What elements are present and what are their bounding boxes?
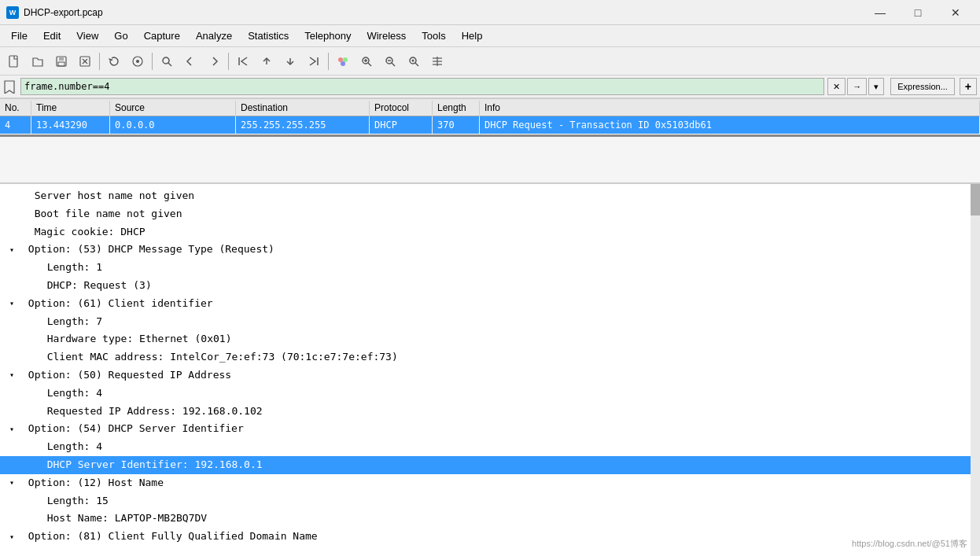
svg-point-8 [136, 60, 139, 63]
filter-clear-button[interactable]: ✕ [827, 78, 846, 95]
go-first-button[interactable] [232, 50, 254, 72]
detail-text: Host Name: LAPTOP-MB2BQ7DV [35, 510, 207, 527]
menu-analyze[interactable]: Analyze [188, 27, 240, 45]
detail-text: Length: 4 [35, 439, 102, 455]
filter-dropdown-button[interactable]: ▾ [868, 78, 884, 95]
detail-line-boot-filename[interactable]: Boot file name not given [0, 205, 980, 223]
col-header-info: Info [480, 101, 980, 115]
no-expand [22, 333, 35, 346]
filter-apply-button[interactable]: → [847, 78, 867, 95]
open-button[interactable] [27, 50, 49, 72]
no-expand [22, 405, 35, 418]
detail-line-option81[interactable]: ▾ Option: (81) Client Fully Qualified Do… [0, 528, 980, 546]
svg-line-10 [168, 63, 171, 66]
reload-button[interactable] [103, 50, 125, 72]
detail-line-option54[interactable]: ▾ Option: (54) DHCP Server Identifier [0, 420, 980, 438]
app-icon: W [6, 6, 19, 19]
detail-line-option54-length[interactable]: Length: 4 [0, 438, 980, 456]
colorize-button[interactable] [332, 50, 354, 72]
detail-scrollbar-thumb[interactable] [971, 184, 980, 215]
zoom-out-button[interactable] [379, 50, 401, 72]
maximize-button[interactable]: □ [900, 0, 936, 25]
menu-statistics[interactable]: Statistics [240, 27, 297, 45]
detail-line-option50-length[interactable]: Length: 4 [0, 385, 980, 403]
expand-arrow-option81[interactable]: ▾ [9, 531, 22, 543]
menu-edit[interactable]: Edit [35, 27, 68, 45]
expand-arrow-option12[interactable]: ▾ [9, 477, 22, 489]
toolbar-sep-4 [328, 53, 329, 70]
go-back-button[interactable] [179, 50, 201, 72]
filter-plus-button[interactable]: + [960, 78, 977, 95]
detail-text: Boot file name not given [22, 206, 182, 223]
detail-line-option61-hwtype[interactable]: Hardware type: Ethernet (0x01) [0, 330, 980, 348]
menu-telephony[interactable]: Telephony [297, 27, 359, 45]
packet-cell-time: 13.443290 [31, 116, 110, 134]
capture-options-button[interactable] [127, 50, 149, 72]
filter-apply-icon: → [853, 82, 861, 91]
detail-text: Server host name not given [22, 188, 194, 204]
expand-arrow-option50[interactable]: ▾ [9, 369, 22, 381]
detail-line-option12-hostname[interactable]: Host Name: LAPTOP-MB2BQ7DV [0, 510, 980, 528]
menu-bar: File Edit View Go Capture Analyze Statis… [0, 25, 980, 47]
go-next-button[interactable] [279, 50, 301, 72]
expand-arrow-option53[interactable]: ▾ [9, 244, 22, 256]
packet-cell-no: 4 [0, 116, 31, 134]
detail-line-option53[interactable]: ▾ Option: (53) DHCP Message Type (Reques… [0, 241, 980, 259]
detail-line-magic-cookie[interactable]: Magic cookie: DHCP [0, 223, 980, 241]
menu-help[interactable]: Help [454, 27, 491, 45]
filter-clear-icon: ✕ [833, 82, 840, 92]
menu-go[interactable]: Go [106, 27, 135, 45]
detail-line-option12[interactable]: ▾ Option: (12) Host Name [0, 474, 980, 492]
detail-line-option53-length[interactable]: Length: 1 [0, 259, 980, 277]
find-packet-button[interactable] [156, 50, 178, 72]
no-expand [22, 279, 35, 292]
menu-wireless[interactable]: Wireless [359, 27, 414, 45]
expression-button[interactable]: Expression... [890, 78, 955, 95]
zoom-reset-button[interactable] [403, 50, 425, 72]
new-capture-button[interactable] [3, 50, 25, 72]
svg-line-21 [392, 63, 395, 66]
filter-input[interactable] [20, 78, 824, 95]
filter-actions: ✕ → ▾ [827, 78, 884, 95]
detail-scrollbar[interactable] [971, 184, 980, 556]
packet-row[interactable]: 4 13.443290 0.0.0.0 255.255.255.255 DHCP… [0, 116, 980, 134]
expand-arrow-option54[interactable]: ▾ [9, 423, 22, 436]
no-expand [22, 458, 35, 471]
detail-line-option53-dhcp[interactable]: DHCP: Request (3) [0, 277, 980, 295]
no-expand-arrow [9, 190, 22, 202]
close-button[interactable]: ✕ [938, 0, 974, 25]
menu-view[interactable]: View [68, 27, 106, 45]
detail-line-option50[interactable]: ▾ Option: (50) Requested IP Address [0, 366, 980, 385]
svg-point-15 [341, 61, 345, 66]
detail-text: Length: 7 [35, 314, 102, 330]
packet-cell-protocol: DHCP [370, 116, 433, 134]
detail-line-server-hostname[interactable]: Server host name not given [0, 187, 980, 205]
menu-capture[interactable]: Capture [136, 27, 188, 45]
detail-line-option54-serverid[interactable]: DHCP Server Identifier: 192.168.0.1 [0, 456, 980, 474]
detail-text: Requested IP Address: 192.168.0.102 [35, 403, 263, 420]
detail-text: Length: 4 [35, 385, 102, 402]
go-last-button[interactable] [303, 50, 325, 72]
no-expand [22, 262, 35, 274]
resize-columns-button[interactable] [426, 50, 448, 72]
zoom-in-button[interactable] [356, 50, 378, 72]
menu-tools[interactable]: Tools [414, 27, 453, 45]
title-bar-controls: — □ ✕ [862, 0, 974, 25]
minimize-button[interactable]: — [862, 0, 898, 25]
detail-line-option50-reqip[interactable]: Requested IP Address: 192.168.0.102 [0, 403, 980, 421]
detail-line-option61[interactable]: ▾ Option: (61) Client identifier [0, 295, 980, 313]
no-expand-arrow [9, 208, 22, 220]
detail-line-option12-length[interactable]: Length: 15 [0, 492, 980, 510]
packet-cell-source: 0.0.0.0 [110, 116, 236, 134]
menu-file[interactable]: File [3, 27, 35, 45]
detail-line-option61-mac[interactable]: Client MAC address: IntelCor_7e:ef:73 (7… [0, 348, 980, 366]
save-button[interactable] [50, 50, 72, 72]
close-capture-button[interactable] [74, 50, 96, 72]
svg-rect-2 [59, 57, 64, 61]
go-forward-button[interactable] [203, 50, 225, 72]
packet-detail[interactable]: Server host name not given Boot file nam… [0, 184, 980, 556]
expand-arrow-option61[interactable]: ▾ [9, 297, 22, 310]
go-prev-button[interactable] [256, 50, 278, 72]
packet-list: No. Time Source Destination Protocol Len… [0, 99, 980, 137]
detail-line-option61-length[interactable]: Length: 7 [0, 313, 980, 331]
